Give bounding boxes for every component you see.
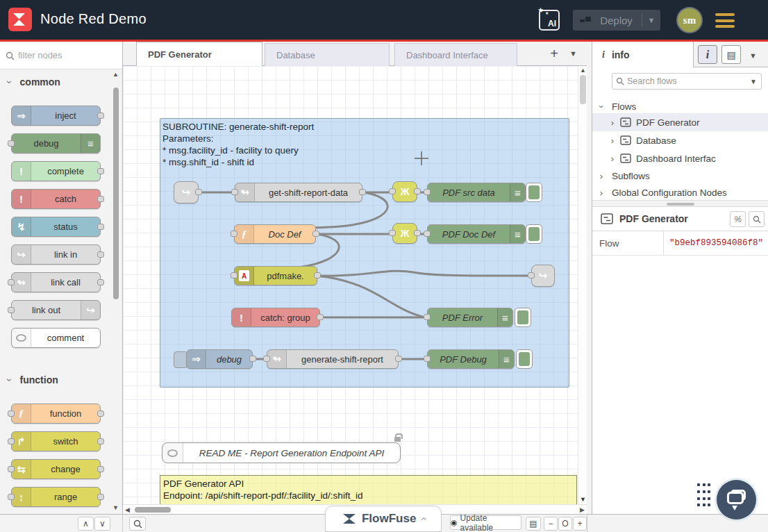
input-port[interactable] [8,410,15,417]
node-catch-group[interactable]: ! catch: group [231,308,320,327]
palette-node-range[interactable]: ↕ range [11,487,101,507]
input-port[interactable] [424,189,431,195]
node-comment-readme[interactable]: READ ME - Report Generation Endpoint API [162,442,401,463]
search-options-caret[interactable]: ▼ [750,78,757,85]
input-port[interactable] [424,356,431,362]
node-link-out[interactable]: ↪ [531,265,555,287]
debug-toggle-button[interactable] [515,308,531,327]
scrollbar-thumb[interactable] [580,75,586,104]
scroll-up-icon[interactable]: ▲ [580,67,586,74]
debug-toggle-button[interactable] [526,224,542,244]
chat-widget-button[interactable] [717,480,756,519]
node-pdf-doc-def[interactable]: PDF Doc Def ≡ [427,224,526,244]
output-port[interactable] [249,356,256,362]
help-view-button[interactable]: ▤ [721,45,741,64]
input-port[interactable] [231,231,237,237]
scroll-down-icon[interactable]: ▼ [580,496,586,503]
zoom-reset-button[interactable]: O [558,517,572,531]
chevron-right-icon[interactable]: › [608,117,617,128]
input-port[interactable] [528,272,535,279]
palette-node-comment[interactable]: comment [11,328,101,348]
input-port[interactable] [424,314,431,320]
chevron-right-icon[interactable]: › [596,171,606,181]
search-flows-input[interactable] [624,76,750,86]
input-port[interactable] [263,356,270,362]
canvas-vertical-scrollbar[interactable]: ▲ ▼ [578,66,587,504]
scroll-down-icon[interactable]: ▼ [112,504,119,511]
input-port[interactable] [424,231,431,237]
scroll-left-icon[interactable]: ◀ [125,506,130,513]
debug-toggle-button[interactable] [526,183,542,202]
property-value[interactable]: "b9ebf893594086f8" [664,231,768,255]
tab-dashboard-interface[interactable]: Dashboard Interface [394,43,517,66]
input-port[interactable] [389,188,396,194]
palette-scrollbar[interactable]: ▲ ▼ [112,71,120,511]
input-port[interactable] [389,230,396,236]
output-port[interactable] [414,188,421,194]
user-avatar[interactable]: sm [678,8,701,32]
node-debug-breakpoint[interactable]: Ж [392,223,417,244]
sidebar-splitter[interactable] [592,200,768,207]
tab-list-caret[interactable]: ▼ [569,49,577,58]
tree-item-subflows[interactable]: › Subflows [592,167,768,185]
copy-link-button[interactable]: % [730,211,746,227]
ai-assistant-button[interactable]: ★ ★ AI [539,10,560,31]
flowfuse-panel-button[interactable]: FlowFuse › [325,506,442,532]
palette-node-change[interactable]: ⇆ change [11,459,101,479]
input-port[interactable] [231,189,238,195]
palette-node-function[interactable]: ƒ function [11,404,101,424]
output-port[interactable] [97,251,104,258]
palette-node-switch[interactable]: ↱ switch [11,431,101,451]
input-port[interactable] [8,466,15,472]
output-port[interactable] [312,231,319,237]
palette-node-link-in[interactable]: ↪ link in [11,244,101,265]
input-port[interactable] [8,307,15,313]
node-pdf-debug[interactable]: PDF Debug ≡ [427,349,515,369]
inject-trigger-button[interactable] [174,351,187,368]
update-available-button[interactable]: ◉ Update available [450,515,521,530]
output-port[interactable] [97,410,104,417]
node-link-in[interactable]: ↪ [174,181,199,203]
chevron-right-icon[interactable]: › [608,135,617,146]
node-pdfmake[interactable]: A pdfmake. [234,266,317,285]
output-port[interactable] [97,168,104,174]
node-debug-breakpoint[interactable]: Ж [392,181,417,202]
tab-pdf-generator[interactable]: PDF Generator [136,42,262,66]
main-menu-icon[interactable] [715,13,735,28]
scroll-up-icon[interactable]: ▲ [112,71,119,78]
output-port[interactable] [97,224,104,230]
deploy-button[interactable]: Deploy ▼ [573,10,660,31]
palette-expand-all-button[interactable]: ∨ [94,517,110,531]
add-tab-button[interactable]: + [543,44,565,65]
widget-drag-handle[interactable] [697,483,711,508]
output-port[interactable] [359,189,366,195]
flow-canvas[interactable]: SUBROUTINE: generate-shift-report Parame… [123,66,587,514]
node-doc-def[interactable]: ƒ Doc Def [234,224,316,244]
output-port[interactable] [97,196,104,202]
output-port[interactable] [97,494,104,500]
search-flows-box[interactable]: ▼ [612,73,762,90]
output-port[interactable] [395,356,402,362]
output-port[interactable] [97,438,104,444]
palette-section-common[interactable]: › common [0,69,122,90]
chevron-right-icon[interactable]: › [608,153,617,164]
map-view-button[interactable]: ▤ [526,517,541,531]
palette-filter-input[interactable] [0,42,122,69]
palette-node-debug[interactable]: debug ≡ [11,133,101,153]
palette-section-function[interactable]: › function [0,367,122,388]
input-port[interactable] [8,494,15,500]
node-pdf-error[interactable]: PDF Error ≡ [427,308,513,327]
zoom-in-button[interactable]: + [573,517,587,531]
input-port[interactable] [8,279,15,285]
palette-collapse-all-button[interactable]: ∧ [78,517,94,531]
tab-info[interactable]: i info [592,42,694,67]
zoom-out-button[interactable]: − [544,517,558,531]
output-port[interactable] [317,314,324,320]
scrollbar-thumb[interactable] [113,88,119,299]
scroll-right-icon[interactable]: ▶ [580,506,585,513]
input-port[interactable] [8,438,15,444]
node-generate-shift-report[interactable]: ↬ generate-shift-report [267,349,399,369]
node-pdf-src-data[interactable]: PDF src data ≡ [427,183,526,202]
palette-node-complete[interactable]: ! complete [11,161,101,181]
input-port[interactable] [231,272,237,279]
